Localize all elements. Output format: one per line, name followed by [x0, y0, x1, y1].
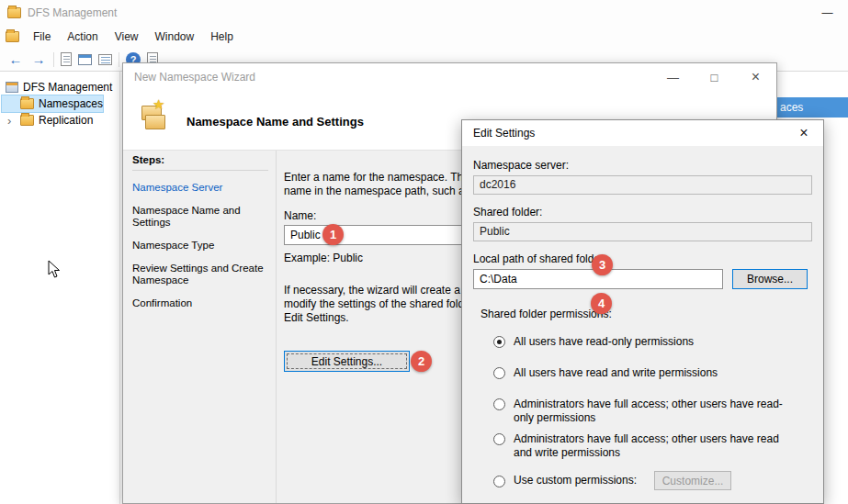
radio-icon [493, 367, 505, 379]
radio-admin-full-users-read[interactable]: Administrators have full access; other u… [493, 398, 812, 425]
tree-item-namespaces[interactable]: Namespaces [2, 95, 103, 112]
edit-settings-titlebar: Edit Settings × [462, 120, 823, 146]
replication-icon [20, 115, 34, 126]
edit-settings-close-button[interactable]: × [785, 120, 823, 146]
properties-icon[interactable] [98, 54, 112, 65]
radio-icon [493, 433, 505, 445]
dfs-app-icon [7, 7, 21, 18]
main-minimize-button[interactable]: — [807, 0, 848, 25]
edit-settings-body: Namespace server: dc2016 Shared folder: … [462, 146, 823, 490]
menu-bar: File Action View Window Help [0, 25, 848, 48]
radio-admin-full-users-read-write[interactable]: Administrators have full access; other u… [493, 432, 812, 460]
permissions-heading: Shared folder permissions: [481, 308, 812, 320]
console-tree-pane: DFS Management Namespaces › Replication [0, 72, 120, 504]
radio-icon [493, 476, 505, 487]
annotation-badge-2: 2 [411, 351, 432, 372]
radio-custom-permissions[interactable]: Use custom permissions: Customize... [493, 471, 812, 490]
namespace-server-field: dc2016 [473, 175, 812, 195]
shared-folder-field: Public [473, 222, 812, 241]
actions-pane-header[interactable]: aces [777, 97, 848, 118]
annotation-badge-4: 4 [591, 293, 612, 314]
annotation-badge-3: 3 [592, 254, 613, 275]
main-titlebar: DFS Management [0, 0, 848, 25]
tree-item-replication[interactable]: › Replication [0, 112, 119, 129]
edit-settings-dialog: Edit Settings × Namespace server: dc2016… [461, 119, 824, 504]
step-review-settings: Review Settings and Create Namespace [132, 263, 272, 286]
tree-root-label: DFS Management [23, 81, 112, 94]
console-root-icon [6, 82, 18, 93]
menu-item-window[interactable]: Window [147, 28, 203, 46]
radio-read-only[interactable]: All users have read-only permissions [493, 335, 812, 349]
steps-heading: Steps: [132, 154, 268, 171]
tree-replication-label: Replication [39, 114, 93, 127]
radio-icon [493, 398, 505, 410]
namespace-server-label: Namespace server: [473, 159, 812, 172]
wizard-maximize-button[interactable]: □ [694, 63, 735, 91]
step-namespace-name-and-settings: Namespace Name and Settings [132, 205, 272, 229]
menu-item-file[interactable]: File [25, 28, 59, 46]
local-path-label: Local path of shared folder: [473, 252, 812, 265]
step-namespace-type: Namespace Type [132, 240, 272, 252]
mouse-cursor [48, 260, 61, 279]
tree-item-dfs-management[interactable]: DFS Management [0, 79, 119, 95]
customize-button: Customize... [654, 471, 731, 490]
screen: DFS Management — File Action View Window… [0, 0, 848, 504]
wizard-steps-pane: Steps: Namespace Server Namespace Name a… [123, 151, 277, 503]
wizard-title: New Namespace Wizard [134, 71, 255, 84]
console-tree-icon[interactable] [61, 52, 72, 66]
menu-item-view[interactable]: View [107, 28, 147, 46]
browse-button[interactable]: Browse... [732, 269, 808, 289]
namespaces-icon [20, 98, 34, 109]
step-namespace-server[interactable]: Namespace Server [132, 182, 272, 194]
annotation-badge-1: 1 [322, 224, 344, 245]
export-list-icon[interactable] [78, 54, 92, 65]
radio-icon [493, 336, 505, 348]
wizard-titlebar: New Namespace Wizard — □ × [123, 63, 776, 91]
menu-item-action[interactable]: Action [59, 28, 106, 46]
radio-read-write[interactable]: All users have read and write permission… [493, 366, 812, 380]
back-icon[interactable]: ← [7, 51, 24, 67]
forward-icon[interactable]: → [30, 51, 47, 67]
wizard-window-controls: — □ × [652, 63, 776, 91]
permissions-radio-group: All users have read-only permissions All… [493, 335, 812, 490]
tree-namespaces-label: Namespaces [39, 97, 103, 110]
wizard-close-button[interactable]: × [735, 63, 776, 91]
edit-settings-title: Edit Settings [473, 127, 535, 140]
toolbar-separator [53, 52, 54, 67]
menu-item-help[interactable]: Help [202, 28, 242, 46]
shared-folder-label: Shared folder: [473, 206, 812, 218]
wizard-page-title: Namespace Name and Settings [187, 115, 364, 129]
toolbar-separator-2 [119, 52, 119, 67]
edit-settings-button[interactable]: Edit Settings... [284, 351, 410, 372]
wizard-minimize-button[interactable]: — [652, 63, 694, 91]
console-window-icon [6, 31, 19, 42]
new-namespace-icon: ★ [138, 100, 169, 137]
main-window-title: DFS Management [28, 6, 117, 19]
step-confirmation: Confirmation [132, 297, 272, 309]
chevron-right-icon[interactable]: › [7, 114, 15, 128]
actions-pane-header-label: aces [780, 101, 803, 114]
